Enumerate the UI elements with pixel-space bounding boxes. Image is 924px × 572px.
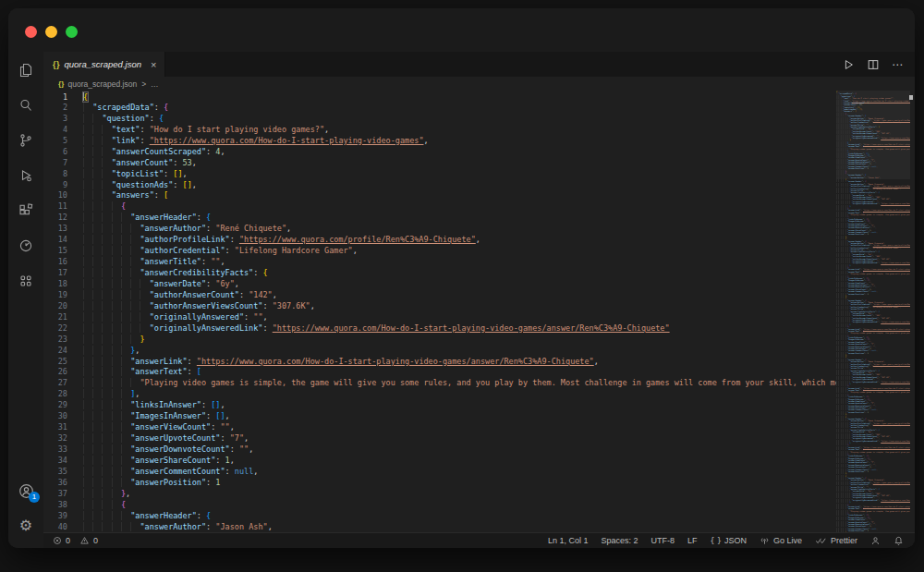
line-number: 8	[47, 169, 67, 180]
warning-icon	[79, 536, 90, 545]
more-actions-button[interactable]: ⋯	[892, 58, 904, 71]
run-file-button[interactable]	[842, 58, 855, 71]
scrollbar-thumb[interactable]	[909, 95, 913, 100]
language-mode[interactable]: { } JSON	[710, 536, 746, 545]
breadcrumb[interactable]: { } quora_scraped.json > …	[43, 77, 915, 91]
go-live[interactable]: Go Live	[760, 536, 802, 546]
code-line[interactable]: 12 "answerHeader": {	[43, 213, 915, 224]
code-line[interactable]: 37 },	[43, 489, 915, 500]
line-number: 36	[47, 478, 67, 489]
line-number: 5	[47, 136, 67, 147]
code-line[interactable]: 8 "topicList": [],	[43, 169, 915, 180]
line-number: 19	[47, 290, 67, 301]
code-line[interactable]: 13 "answerAuthor": "René Chiquete",	[43, 224, 915, 235]
vscode-window: 1 ⚙ { } quora_scraped.json ×	[8, 8, 915, 548]
line-number: 18	[47, 279, 67, 290]
feedback-icon[interactable]	[870, 536, 881, 546]
minimap[interactable]: { "scrapedData": { "question": { "text":…	[836, 91, 910, 532]
breadcrumb-file[interactable]: quora_scraped.json	[67, 79, 137, 89]
code-line[interactable]: 25 "answerLink": "https://www.quora.com/…	[43, 357, 915, 368]
bell-icon[interactable]	[894, 536, 904, 546]
line-number: 27	[47, 378, 67, 389]
cursor-position[interactable]: Ln 1, Col 1	[548, 536, 589, 545]
indentation[interactable]: Spaces: 2	[601, 536, 638, 545]
code-line[interactable]: 20 "authorAnswerViewsCount": "307.6K",	[43, 301, 915, 312]
clock-extension-icon[interactable]	[16, 237, 36, 255]
code-line[interactable]: 9 "questionAds": [],	[43, 180, 915, 191]
code-line[interactable]: 32 "answerUpvoteCount": "7",	[43, 433, 915, 444]
tab-quora-scraped-json[interactable]: { } quora_scraped.json ×	[43, 52, 165, 77]
line-number: 23	[47, 335, 67, 346]
search-icon[interactable]	[16, 96, 36, 115]
code-line[interactable]: 7 "answerCount": 53,	[43, 158, 915, 169]
code-line[interactable]: 23 }	[43, 335, 915, 346]
line-number: 11	[47, 201, 67, 213]
minimap-line: },	[836, 531, 910, 532]
broadcast-icon	[760, 536, 770, 546]
code-line[interactable]: 14 "authorProfileLink": "https://www.quo…	[43, 235, 915, 246]
accounts-icon[interactable]: 1	[16, 481, 36, 500]
window-controls	[25, 26, 78, 38]
code-line[interactable]: 29 "linksInAnswer": [],	[43, 400, 915, 411]
blocks-extension-icon[interactable]	[16, 272, 36, 290]
code-editor[interactable]: 1{2 "scrapedData": {3 "question": {4 "te…	[43, 91, 915, 532]
code-line[interactable]: 39 "answerHeader": {	[43, 511, 915, 522]
prettier[interactable]: Prettier	[815, 536, 857, 545]
settings-gear-icon[interactable]: ⚙	[16, 517, 36, 535]
code-line[interactable]: 38 {	[43, 500, 915, 511]
close-window-button[interactable]	[25, 26, 37, 38]
extensions-icon[interactable]	[16, 201, 36, 220]
code-line[interactable]: 34 "answerShareCount": 1,	[43, 456, 915, 467]
code-line[interactable]: 31 "answerViewCount": "",	[43, 422, 915, 433]
code-line[interactable]: 5 "link": "https://www.quora.com/How-do-…	[43, 136, 915, 147]
code-line[interactable]: 40 "answerAuthor": "Jason Ash",	[43, 522, 915, 532]
code-line[interactable]: 15 "authorCredential": "Lifelong Hardcor…	[43, 246, 915, 257]
problems-warnings[interactable]: 0	[79, 536, 98, 545]
line-number: 33	[47, 444, 67, 456]
tab-close-icon[interactable]: ×	[151, 59, 156, 70]
code-line[interactable]: 3 "question": {	[43, 114, 915, 125]
line-number: 17	[47, 268, 67, 279]
code-line[interactable]: 16 "answerTitle": "",	[43, 257, 915, 268]
run-and-debug-icon[interactable]	[16, 166, 36, 185]
code-line[interactable]: 36 "answerPosition": 1	[43, 478, 915, 489]
code-line[interactable]: 30 "ImagesInAnswer": [],	[43, 411, 915, 422]
code-line[interactable]: 4 "text": "How do I start playing video …	[43, 125, 915, 136]
code-line[interactable]: 33 "answerDownvoteCount": "",	[43, 444, 915, 456]
code-line[interactable]: 27 "Playing video games is simple, the g…	[43, 378, 915, 389]
explorer-icon[interactable]	[16, 61, 36, 79]
code-line[interactable]: 18 "answerDate": "6y",	[43, 279, 915, 290]
json-file-icon: { }	[58, 79, 63, 88]
line-number: 38	[47, 500, 67, 511]
code-line[interactable]: 2 "scrapedData": {	[43, 103, 915, 114]
source-control-icon[interactable]	[16, 131, 36, 150]
maximize-window-button[interactable]	[66, 26, 78, 38]
line-number: 10	[47, 190, 67, 201]
code-line[interactable]: 22 "originallyAnsweredLink": "https://ww…	[43, 323, 915, 335]
tab-label: quora_scraped.json	[65, 59, 141, 69]
code-line[interactable]: 6 "answerCountScraped": 4,	[43, 147, 915, 158]
account-badge: 1	[29, 492, 40, 503]
minimize-window-button[interactable]	[45, 26, 57, 38]
code-line[interactable]: 24 },	[43, 346, 915, 357]
line-number: 30	[47, 411, 67, 422]
encoding[interactable]: UTF-8	[650, 536, 675, 545]
breadcrumb-ellipsis[interactable]: …	[151, 79, 159, 89]
line-number: 26	[47, 367, 67, 378]
code-line[interactable]: 17 "answerCredibilityFacts": {	[43, 268, 915, 279]
code-line[interactable]: 19 "authorAnswerCount": "142",	[43, 290, 915, 301]
code-line[interactable]: 35 "answerCommentCount": null,	[43, 467, 915, 478]
code-line[interactable]: 26 "answerText": [	[43, 367, 915, 378]
code-lines: 1{2 "scrapedData": {3 "question": {4 "te…	[43, 91, 915, 532]
braces-icon: { }	[710, 537, 720, 545]
code-line[interactable]: 28 ],	[43, 389, 915, 400]
code-line[interactable]: 21 "originallyAnswered": "",	[43, 312, 915, 323]
code-line[interactable]: 1{	[43, 91, 915, 103]
problems-errors[interactable]: 0	[53, 536, 70, 545]
split-editor-button[interactable]	[867, 58, 880, 71]
line-number: 32	[47, 433, 67, 444]
end-of-line[interactable]: LF	[687, 536, 698, 545]
breadcrumb-separator: >	[141, 79, 146, 89]
code-line[interactable]: 11 {	[43, 201, 915, 213]
code-line[interactable]: 10 "answers": [	[43, 190, 915, 201]
